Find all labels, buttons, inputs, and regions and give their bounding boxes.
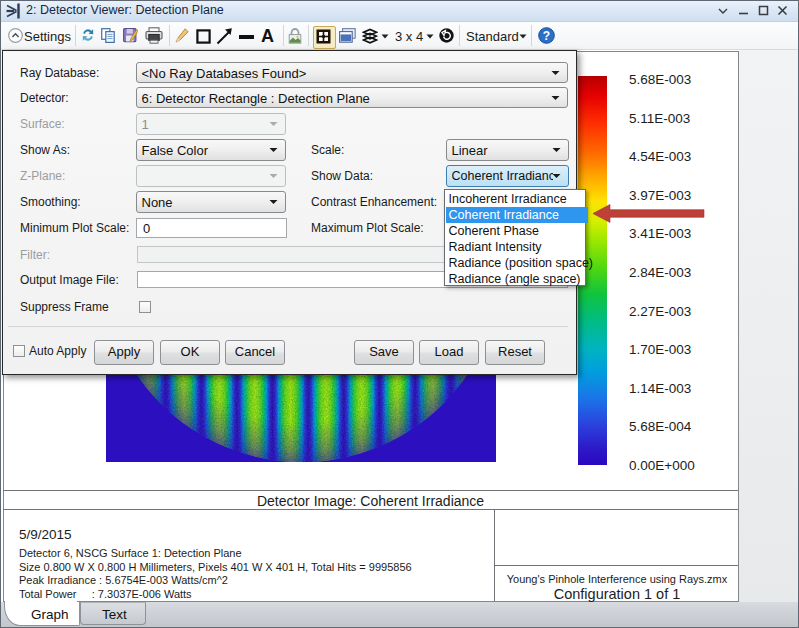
svg-text:?: ? xyxy=(543,29,550,43)
